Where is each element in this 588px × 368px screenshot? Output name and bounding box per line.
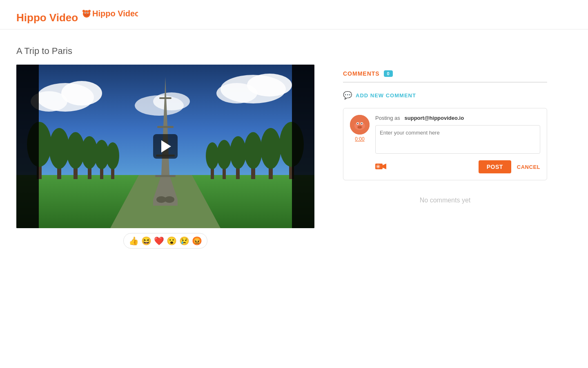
video-title: A Trip to Paris <box>16 46 327 56</box>
main-content: A Trip to Paris <box>0 29 564 257</box>
svg-point-40 <box>244 132 262 169</box>
timestamp-link[interactable]: 0:00 <box>355 136 364 142</box>
svg-point-38 <box>261 128 281 169</box>
reaction-angry[interactable]: 😡 <box>192 236 202 246</box>
svg-point-66 <box>363 120 366 123</box>
svg-point-9 <box>82 10 85 12</box>
video-container <box>16 65 314 228</box>
svg-point-67 <box>357 126 362 129</box>
posting-as-prefix: Posting as <box>375 115 400 121</box>
form-buttons: POST CANCEL <box>479 160 540 173</box>
svg-point-42 <box>230 136 246 169</box>
comments-count-badge: 0 <box>384 70 393 77</box>
svg-point-69 <box>360 127 361 128</box>
video-add-icon: + <box>375 162 387 171</box>
comments-header: COMMENTS 0 <box>343 70 547 83</box>
reactions-bar: 👍 😆 ❤️ 😮 😢 😡 <box>123 233 207 249</box>
post-button[interactable]: POST <box>479 160 511 173</box>
comment-bubble-icon: 💬 <box>343 91 352 100</box>
svg-point-18 <box>216 83 257 103</box>
no-comments-text: No comments yet <box>343 197 547 204</box>
add-new-comment-button[interactable]: 💬 ADD NEW COMMENT <box>343 91 547 100</box>
add-video-button[interactable]: + <box>375 162 387 171</box>
svg-point-68 <box>359 127 359 128</box>
svg-point-56 <box>165 196 174 203</box>
svg-point-44 <box>217 140 232 169</box>
svg-point-20 <box>153 92 190 110</box>
comment-actions: + POST CANCEL <box>375 160 540 173</box>
posting-as-email: support@hippovideo.io <box>405 115 464 121</box>
play-icon <box>161 140 171 153</box>
comment-form-right: Posting as support@hippovideo.io + <box>375 115 540 173</box>
svg-point-14 <box>61 81 102 105</box>
svg-point-46 <box>206 142 219 169</box>
svg-point-65 <box>353 120 356 123</box>
reaction-like[interactable]: 👍 <box>129 236 139 246</box>
posting-as-row: Posting as support@hippovideo.io <box>375 115 540 121</box>
svg-rect-57 <box>16 65 39 228</box>
svg-marker-49 <box>153 187 178 200</box>
svg-point-10 <box>88 10 91 12</box>
add-comment-label: ADD NEW COMMENT <box>356 92 416 99</box>
comment-textarea[interactable] <box>375 125 540 154</box>
left-panel: A Trip to Paris <box>16 46 327 240</box>
svg-marker-71 <box>383 164 386 169</box>
header: Hippo Video Hippo Video <box>0 0 588 29</box>
svg-point-7 <box>84 14 86 16</box>
svg-point-64 <box>361 123 363 124</box>
svg-point-26 <box>49 128 69 169</box>
cancel-button[interactable]: CANCEL <box>517 164 540 170</box>
svg-point-34 <box>106 142 119 169</box>
reaction-haha[interactable]: 😆 <box>141 236 151 246</box>
svg-text:Hippo Video: Hippo Video <box>92 9 138 18</box>
svg-rect-52 <box>157 126 174 128</box>
svg-point-63 <box>357 123 359 124</box>
svg-rect-54 <box>155 175 176 177</box>
svg-point-5 <box>87 12 88 13</box>
avatar-column: 0:00 <box>350 115 370 173</box>
comments-label: COMMENTS <box>343 70 380 77</box>
svg-point-4 <box>85 12 86 13</box>
svg-point-8 <box>87 14 89 16</box>
svg-rect-58 <box>292 65 314 228</box>
reaction-love[interactable]: ❤️ <box>154 236 164 246</box>
comment-form-card: 0:00 Posting as support@hippovideo.io <box>343 108 547 180</box>
logo: Hippo Video Hippo Video <box>16 5 138 24</box>
reaction-wow[interactable]: 😮 <box>167 236 177 246</box>
right-panel: COMMENTS 0 💬 ADD NEW COMMENT <box>343 46 547 240</box>
svg-text:+: + <box>377 164 379 169</box>
reaction-sad[interactable]: 😢 <box>179 236 189 246</box>
svg-rect-51 <box>159 97 172 99</box>
play-button[interactable] <box>153 134 178 159</box>
logo-svg: Hippo Video <box>81 5 138 21</box>
user-avatar <box>350 115 370 135</box>
